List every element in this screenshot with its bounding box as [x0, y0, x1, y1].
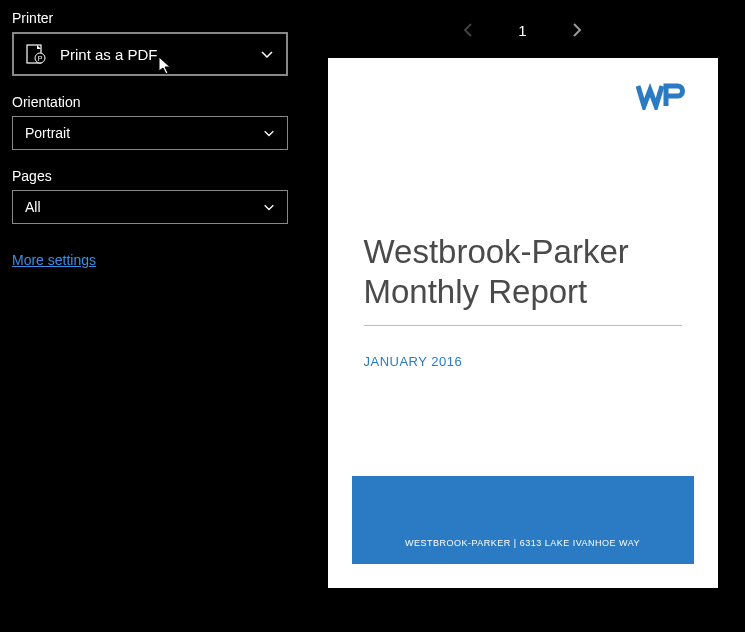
- printer-dropdown[interactable]: P Print as a PDF: [12, 32, 288, 76]
- svg-text:P: P: [38, 55, 43, 62]
- prev-page-button[interactable]: [458, 20, 478, 40]
- current-page-number: 1: [518, 22, 526, 39]
- chevron-down-icon: [263, 127, 275, 139]
- chevron-down-icon: [260, 47, 274, 61]
- document-title-line1: Westbrook-Parker: [364, 232, 682, 272]
- document-footer: WESTBROOK-PARKER | 6313 LAKE IVANHOE WAY: [352, 476, 694, 564]
- pages-dropdown[interactable]: All: [12, 190, 288, 224]
- orientation-dropdown[interactable]: Portrait: [12, 116, 288, 150]
- page-navigator: 1: [458, 20, 586, 40]
- more-settings-link[interactable]: More settings: [12, 252, 96, 268]
- print-settings-panel: Printer P Print as a PDF Orientation Por…: [0, 0, 300, 632]
- printer-label: Printer: [12, 10, 288, 26]
- page-preview: Westbrook-Parker Monthly Report JANUARY …: [328, 58, 718, 588]
- document-subtitle: JANUARY 2016: [364, 354, 463, 369]
- chevron-down-icon: [263, 201, 275, 213]
- orientation-field: Orientation Portrait: [12, 94, 288, 150]
- printer-field: Printer P Print as a PDF: [12, 10, 288, 76]
- pages-label: Pages: [12, 168, 288, 184]
- document-title-line2: Monthly Report: [364, 272, 682, 312]
- orientation-label: Orientation: [12, 94, 288, 110]
- next-page-button[interactable]: [567, 20, 587, 40]
- pdf-printer-icon: P: [26, 44, 46, 64]
- document-title: Westbrook-Parker Monthly Report: [364, 232, 682, 326]
- pages-selected-value: All: [25, 199, 41, 215]
- printer-selected-value: Print as a PDF: [60, 46, 158, 63]
- document-logo: [636, 82, 690, 110]
- orientation-selected-value: Portrait: [25, 125, 70, 141]
- document-footer-text: WESTBROOK-PARKER | 6313 LAKE IVANHOE WAY: [405, 538, 640, 548]
- pages-field: Pages All: [12, 168, 288, 224]
- preview-panel: 1 Westbrook-Parker Monthly Report JANUAR…: [300, 0, 745, 632]
